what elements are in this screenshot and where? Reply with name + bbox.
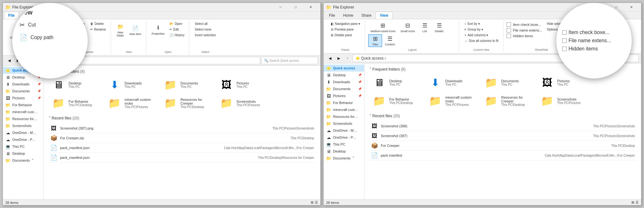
sidebar-item-thispc-left[interactable]: 💻 This PC <box>3 143 43 150</box>
medium-icons-button[interactable]: ⊞ Medium-sized icons <box>368 21 398 34</box>
sidebar-item-pictures-right[interactable]: 🖼 Pictures 📌 <box>324 92 364 99</box>
selectnone-button[interactable]: Select none <box>192 27 218 32</box>
selectall-button[interactable]: Select all <box>192 21 218 26</box>
folder-desktop-left[interactable]: 🖥 Desktop This PC <box>49 77 102 93</box>
sortby-button[interactable]: ↕Sort by ▾ <box>462 21 501 26</box>
sidebar-item-forbehavior-left[interactable]: 📁 For Behavior <box>3 101 43 108</box>
content-button[interactable]: ☰ Content <box>383 34 397 47</box>
zoom-copypath-item[interactable]: 📄 Copy path <box>18 31 82 44</box>
history-button[interactable]: 🕐History <box>167 32 186 38</box>
maximize-button-left[interactable]: □ <box>288 3 303 12</box>
delete-button[interactable]: 🗑Delete <box>88 21 108 26</box>
sizecols-button[interactable]: ↔Size all columns to fit <box>462 38 501 43</box>
sidebar-item-minecraft-left[interactable]: 📁 minecraft custo... <box>3 108 43 115</box>
sidebar-item-screenshots-left[interactable]: 📁 Screenshots <box>3 122 43 129</box>
edit-button[interactable]: ✏Edit <box>167 27 186 32</box>
folder-forbehavior-right[interactable]: 📁 For Behavior This PC\Desktop <box>369 93 423 109</box>
recent-creeper-left[interactable]: 📦 For Creeper.zip This PC\Desktop <box>49 133 315 143</box>
previewpane-button[interactable]: ⊟Preview pane <box>329 27 362 32</box>
sidebar-item-downloads-right[interactable]: ⬇ Downloads 📌 <box>324 78 364 85</box>
recent-screenshot387-right[interactable]: 🖼 Screenshot (387) This PC\Pictures\Scre… <box>369 131 636 141</box>
address-path-right[interactable]: ⭐ Quick access › <box>353 55 581 62</box>
detailspane-button[interactable]: ⊞Details pane <box>329 32 362 38</box>
folder-pictures-right[interactable]: 🖼 Pictures This PC <box>537 75 591 90</box>
folder-minecraft-right[interactable]: 📁 minecraft custom mobs This PC\Pictures <box>425 93 479 109</box>
folder-resources-right[interactable]: 📁 Resources for Creeper This PC\Desktop <box>481 93 535 109</box>
recent-packmanifest-right[interactable]: 📄 pack manifest Cale.Hunt\AppData\Local\… <box>369 151 636 160</box>
navpane-button[interactable]: ◧Navigation pane ▾ <box>329 21 362 26</box>
back-button-right[interactable]: ◀ <box>326 55 334 62</box>
sidebar-item-resources-right[interactable]: 📁 Resources for Cr... <box>324 113 364 120</box>
sidebar-item-minecraft-right[interactable]: 📁 minecraft custo... <box>324 106 364 113</box>
sidebar-item-pictures-left[interactable]: 🖼 Pictures 📌 <box>3 95 43 101</box>
recent-screenshot388-right[interactable]: 🖼 Screenshot (388) This PC\Pictures\Scre… <box>369 121 636 131</box>
list-view-icon-right[interactable]: ☰ <box>636 200 639 205</box>
tab-share-right[interactable]: Share <box>357 12 375 19</box>
recent-screenshot-left[interactable]: 🖼 Screenshot (387).png This PC\Pictures\… <box>49 124 315 133</box>
sidebar-item-documents2-right[interactable]: 📁 Documents ˅ <box>324 155 364 162</box>
small-icons-button[interactable]: ⊟ Small icons <box>398 21 417 34</box>
rename-button[interactable]: ✏Rename <box>88 27 108 32</box>
forward-button-right[interactable]: ▶ <box>335 55 342 62</box>
close-button-left[interactable]: ✕ <box>303 3 318 12</box>
folder-documents-left[interactable]: 📁 Documents This PC <box>161 77 214 93</box>
sidebar-item-screenshots-right[interactable]: 📁 Screenshots <box>324 120 364 127</box>
sidebar-item-documents-right[interactable]: 📁 Documents 📌 <box>324 85 364 92</box>
list-view-icon-left[interactable]: ☰ <box>315 200 318 205</box>
close-button-right[interactable]: ✕ <box>624 3 639 12</box>
sidebar-item-onedriveperso-right[interactable]: ☁ OneDrive - Perso... <box>324 134 364 141</box>
sidebar-item-documents2-left[interactable]: 📁 Documents ˅ <box>3 157 43 164</box>
folder-screenshots-right[interactable]: 📁 Screenshots This PC\Pictures <box>537 93 591 109</box>
folder-resources-left[interactable]: 📁 Resources for Creeper This PC\Desktop <box>161 95 214 111</box>
zoom-chk-ext[interactable] <box>562 38 567 43</box>
sidebar-item-onedrive-right[interactable]: ☁ OneDrive - Mobile... <box>324 127 364 134</box>
zoom-chk-item[interactable] <box>562 30 567 35</box>
sidebar-item-thispc-right[interactable]: 💻 This PC <box>324 141 364 148</box>
tiles-button[interactable]: ⊞ Tiles <box>368 34 382 47</box>
zoom-cut-item[interactable]: ✂ Cut <box>18 19 82 31</box>
chk-hidden-items[interactable] <box>507 34 511 38</box>
search-box-left[interactable]: 🔍 Search Quick access <box>261 57 318 64</box>
properties-button[interactable]: ℹ Properties <box>149 22 167 37</box>
folder-downloads-left[interactable]: ⬇ Downloads This PC <box>105 77 158 93</box>
sidebar-item-desktop2-left[interactable]: 🖥 Desktop <box>3 150 43 157</box>
newfolder-button[interactable]: 📁 Newfolder <box>114 21 127 39</box>
details-button[interactable]: ☰ Details <box>432 21 446 34</box>
addcols-button[interactable]: +Add columns ▾ <box>462 32 501 38</box>
list-button[interactable]: ☰ List <box>418 21 432 34</box>
folder-screenshots-left[interactable]: 📁 Screenshots This PC\Pictures <box>217 95 270 111</box>
invertselection-button[interactable]: Invert selection <box>192 32 218 38</box>
minimize-button-left[interactable]: ─ <box>273 3 288 12</box>
zoom-chk-hidden[interactable] <box>562 47 567 51</box>
recent-manifest2-left[interactable]: 📄 pack_manifest.json This PC\Desktop\Res… <box>49 153 315 163</box>
sidebar-item-onedriveperso-left[interactable]: ☁ OneDrive - Perso... <box>3 136 43 143</box>
folder-forbehavior-left[interactable]: 📁 For Behavior This PC\Desktop <box>49 95 102 111</box>
grid-view-icon-left[interactable]: ⊞ <box>311 200 314 205</box>
sidebar-item-quickaccess-right[interactable]: ⭐ Quick access <box>324 65 364 72</box>
open-button[interactable]: 📂Open <box>167 21 186 26</box>
sidebar-item-desktop2-right[interactable]: 🖥 Desktop <box>324 148 364 155</box>
sidebar-item-onedrive-left[interactable]: ☁ OneDrive - Mobile... <box>3 129 43 136</box>
chk-file-extensions[interactable] <box>507 28 511 32</box>
folder-documents-right[interactable]: 📁 Documents This PC <box>481 75 535 90</box>
grid-view-icon-right[interactable]: ⊞ <box>631 200 634 205</box>
item-checkboxes-option[interactable]: Item check boxe... <box>507 22 542 27</box>
groupby-button[interactable]: ≡Group by ▾ <box>462 27 501 32</box>
file-extensions-option[interactable]: File name extens... <box>507 28 542 32</box>
up-button-right[interactable]: ↑ <box>344 55 351 62</box>
tab-file-left[interactable]: File <box>4 12 19 19</box>
folder-minecraft-left[interactable]: 📁 minecraft custom mobs This PC\Pictures <box>105 95 158 111</box>
back-button-left[interactable]: ◀ <box>5 57 13 64</box>
recent-manifest1-left[interactable]: 📄 pack_manifest.json Cale.Hunt\AppData\L… <box>49 143 315 153</box>
tab-file-right[interactable]: File <box>325 12 339 19</box>
recent-forcreeper-right[interactable]: 📦 For Creeper This PC\Desktop <box>369 141 636 151</box>
hidden-items-option[interactable]: Hidden items <box>507 34 542 38</box>
tab-view-right[interactable]: View <box>375 12 392 19</box>
newitem-button[interactable]: 📄 New item <box>127 23 144 37</box>
sidebar-item-desktop-right[interactable]: 🖥 Desktop 📌 <box>324 72 364 78</box>
folder-downloads-right[interactable]: ⬇ Downloads This PC <box>425 75 479 90</box>
folder-pictures-left[interactable]: 🖼 Pictures This PC <box>217 77 270 93</box>
sidebar-item-downloads-left[interactable]: ⬇ Downloads 📌 <box>3 81 43 88</box>
folder-desktop-right[interactable]: 🖥 Desktop This PC <box>369 75 423 90</box>
sidebar-item-forbehavior-right[interactable]: 📁 For Behavior <box>324 99 364 106</box>
